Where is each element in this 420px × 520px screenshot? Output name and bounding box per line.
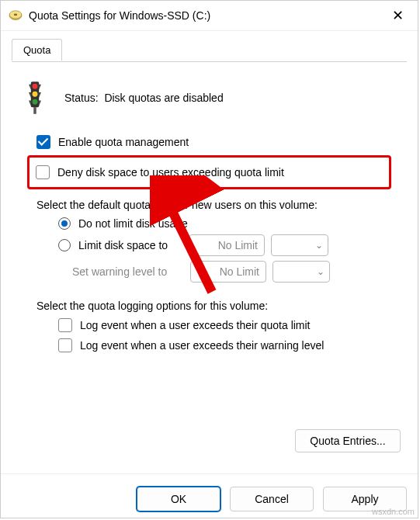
log-warning-checkbox[interactable] — [58, 338, 72, 352]
svg-point-2 — [14, 13, 18, 16]
log-exceed-row[interactable]: Log event when a user exceeds their quot… — [58, 318, 399, 332]
watermark: wsxdn.com — [372, 507, 415, 516]
limit-value-input[interactable] — [189, 234, 265, 256]
status-label: Status: Disk quotas are disabled — [64, 92, 224, 104]
warning-row: Set warning level to ⌄ — [58, 261, 399, 283]
disk-icon — [9, 9, 23, 23]
log-exceed-label: Log event when a user exceeds their quot… — [80, 319, 311, 331]
svg-point-5 — [33, 92, 38, 97]
ok-button[interactable]: OK — [137, 487, 220, 511]
log-warning-row[interactable]: Log event when a user exceeds their warn… — [58, 338, 399, 352]
deny-space-row[interactable]: Deny disk space to users exceeding quota… — [27, 155, 391, 189]
traffic-light-icon — [19, 78, 50, 118]
window-title: Quota Settings for Windows-SSD (C:) — [29, 9, 385, 22]
close-button[interactable]: ✕ — [385, 7, 410, 24]
logging-heading: Select the quota logging options for thi… — [36, 300, 399, 312]
deny-space-label: Deny disk space to users exceeding quota… — [57, 166, 284, 179]
svg-point-6 — [33, 99, 38, 105]
no-limit-label: Do not limit disk usage — [78, 217, 188, 230]
svg-rect-7 — [33, 107, 36, 114]
dialog-footer: OK Cancel Apply — [1, 473, 418, 511]
log-warning-label: Log event when a user exceeds their warn… — [80, 339, 324, 352]
quota-panel: Status: Disk quotas are disabled Enable … — [12, 62, 407, 366]
limit-radio-row[interactable]: Limit disk space to ⌄ — [58, 234, 399, 256]
enable-quota-row[interactable]: Enable quota management — [36, 135, 399, 149]
limit-heading: Select the default quota limit for new u… — [36, 199, 399, 211]
enable-quota-label: Enable quota management — [58, 136, 189, 148]
tab-strip: Quota — [12, 39, 407, 62]
cancel-button[interactable]: Cancel — [230, 487, 314, 511]
limit-unit-dropdown[interactable]: ⌄ — [271, 234, 328, 256]
limit-radio[interactable] — [58, 239, 71, 251]
titlebar: Quota Settings for Windows-SSD (C:) ✕ — [1, 1, 418, 31]
no-limit-radio[interactable] — [58, 217, 71, 230]
svg-point-4 — [33, 84, 38, 89]
no-limit-radio-row[interactable]: Do not limit disk usage — [58, 217, 399, 230]
quota-settings-dialog: Quota Settings for Windows-SSD (C:) ✕ Qu… — [0, 0, 418, 518]
status-row: Status: Disk quotas are disabled — [19, 78, 399, 118]
tab-quota[interactable]: Quota — [12, 39, 62, 61]
enable-quota-checkbox[interactable] — [36, 135, 50, 149]
warning-unit-dropdown[interactable]: ⌄ — [272, 261, 330, 283]
log-exceed-checkbox[interactable] — [58, 318, 72, 332]
quota-entries-button[interactable]: Quota Entries... — [295, 429, 401, 452]
content-area: Quota Status: D — [1, 31, 418, 366]
warning-value-input[interactable] — [190, 261, 266, 283]
limit-label: Limit disk space to — [78, 239, 178, 251]
warning-label: Set warning level to — [72, 265, 179, 278]
deny-space-checkbox[interactable] — [36, 165, 50, 179]
